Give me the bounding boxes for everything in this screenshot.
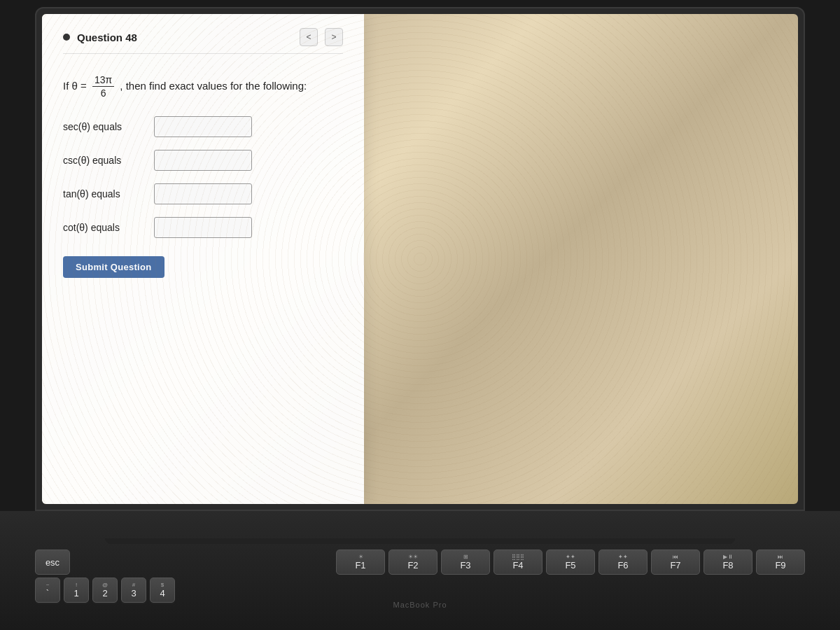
fraction: 13π 6 — [92, 74, 114, 99]
cot-label: cot(θ) equals — [63, 222, 154, 233]
f8-key[interactable]: ▶⏸ F8 — [704, 550, 752, 575]
esc-label: esc — [46, 557, 59, 568]
sec-input[interactable] — [154, 116, 252, 137]
keyboard-bottom-bar — [105, 538, 735, 544]
laptop-screen-frame: Question 48 < > If θ = 13π 6 , then find… — [35, 7, 805, 511]
submit-button[interactable]: Submit Question — [63, 256, 164, 278]
tan-label: tan(θ) equals — [63, 188, 154, 200]
f5-key[interactable]: ✦✦ F5 — [546, 550, 595, 575]
f2-key[interactable]: ☀☀ F2 — [388, 550, 438, 575]
prev-button[interactable]: < — [300, 28, 318, 46]
problem-statement: If θ = 13π 6 , then find exact values fo… — [63, 74, 343, 99]
f6-key[interactable]: ✦✦ F6 — [598, 550, 648, 575]
at-key[interactable]: @2 — [92, 578, 118, 603]
csc-input[interactable] — [154, 150, 252, 171]
number-key-row: ~` !1 @2 #3 $4 — [35, 578, 805, 603]
dollar-key[interactable]: $4 — [150, 578, 175, 603]
denominator: 6 — [99, 87, 108, 99]
then-text: , then find exact values for the followi… — [120, 80, 307, 92]
cot-input-row: cot(θ) equals — [63, 217, 343, 238]
f3-key[interactable]: ⊞ F3 — [441, 550, 490, 575]
tan-input-row: tan(θ) equals — [63, 183, 343, 204]
macbook-logo: MacBook Pro — [393, 601, 447, 609]
keyboard-area: esc ☀ F1 ☀☀ F2 ⊞ F3 ⣿⣿⣿ F4 ✦✦ F5 — [0, 511, 840, 630]
csc-label: csc(θ) equals — [63, 155, 154, 166]
numerator: 13π — [92, 74, 114, 87]
tilde-key[interactable]: ~` — [35, 578, 60, 603]
if-label: If θ = — [63, 80, 87, 92]
fn-key-row: esc ☀ F1 ☀☀ F2 ⊞ F3 ⣿⣿⣿ F4 ✦✦ F5 — [35, 550, 805, 575]
spacer — [74, 550, 332, 575]
exclaim-key[interactable]: !1 — [64, 578, 89, 603]
question-dot — [63, 34, 70, 41]
csc-input-row: csc(θ) equals — [63, 150, 343, 171]
f4-key[interactable]: ⣿⣿⣿ F4 — [493, 550, 542, 575]
f7-key[interactable]: ⏮ F7 — [651, 550, 700, 575]
sec-input-row: sec(θ) equals — [63, 116, 343, 137]
sec-label: sec(θ) equals — [63, 121, 154, 132]
esc-key[interactable]: esc — [35, 550, 70, 575]
next-button[interactable]: > — [325, 28, 343, 46]
tan-input[interactable] — [154, 183, 252, 204]
f9-key[interactable]: ⏭ F9 — [756, 550, 805, 575]
screen-content: Question 48 < > If θ = 13π 6 , then find… — [42, 14, 798, 504]
keyboard-rows: esc ☀ F1 ☀☀ F2 ⊞ F3 ⣿⣿⣿ F4 ✦✦ F5 — [35, 550, 805, 603]
question-title: Question 48 — [77, 31, 293, 43]
hash-key[interactable]: #3 — [121, 578, 146, 603]
content-panel: Question 48 < > If θ = 13π 6 , then find… — [42, 14, 364, 504]
question-header: Question 48 < > — [63, 28, 343, 54]
f1-key[interactable]: ☀ F1 — [336, 550, 385, 575]
cot-input[interactable] — [154, 217, 252, 238]
